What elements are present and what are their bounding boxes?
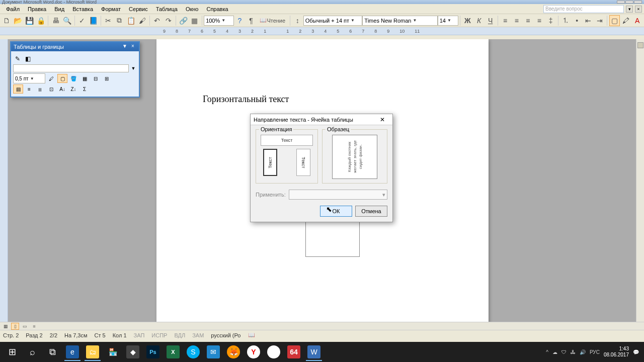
draw-table-icon[interactable]: ✎ xyxy=(13,54,22,63)
menu-file[interactable]: Файл xyxy=(2,5,24,13)
insert-table-icon[interactable]: ▦ xyxy=(79,74,90,83)
taskbar-aida64[interactable]: 64 xyxy=(284,343,304,361)
tray-network-icon[interactable]: 🖧 xyxy=(571,349,576,355)
line-spacing-icon[interactable]: ‡ xyxy=(545,15,556,26)
bullets-icon[interactable]: • xyxy=(572,15,582,26)
line-style-dropdown-icon[interactable]: ▼ xyxy=(130,66,137,71)
bold-icon[interactable]: Ж xyxy=(462,15,473,26)
web-layout-view-icon[interactable]: ▭ xyxy=(21,323,29,330)
shading-color-icon[interactable]: 🪣 xyxy=(68,74,78,83)
undo-icon[interactable]: ↶ xyxy=(152,15,163,26)
align-center-icon[interactable]: ≡ xyxy=(511,15,522,26)
line-style-combo[interactable] xyxy=(13,64,129,72)
zoom-combo[interactable]: 100%▼ xyxy=(204,16,234,26)
task-view-icon[interactable]: ⧉ xyxy=(42,343,62,361)
tray-notifications-icon[interactable]: 💬 xyxy=(633,349,639,355)
font-color-icon[interactable]: A xyxy=(632,15,642,26)
menu-view[interactable]: Вид xyxy=(50,5,68,13)
window-maximize-button[interactable] xyxy=(625,1,633,4)
panel-title-bar[interactable]: Таблицы и границы ▼× xyxy=(11,42,139,51)
window-minimize-button[interactable] xyxy=(617,1,625,4)
taskbar-photoshop[interactable]: Ps xyxy=(143,343,163,361)
document-text[interactable]: Горизонтальный текст xyxy=(203,94,289,105)
taskbar-explorer[interactable]: 🗂 xyxy=(83,343,103,361)
apply-to-combo[interactable]: ▾ xyxy=(289,190,387,200)
doc-close-button[interactable]: × xyxy=(635,6,642,13)
taskbar-edge[interactable]: e xyxy=(62,343,83,361)
spellcheck-icon[interactable]: ✓ xyxy=(76,15,87,26)
tray-language[interactable]: РУС xyxy=(590,349,600,355)
print-layout-view-icon[interactable]: ▯ xyxy=(11,323,19,330)
line-width-combo[interactable]: 0,5 пт▼ xyxy=(13,73,45,83)
align-left-icon[interactable]: ≡ xyxy=(500,15,511,26)
cut-icon[interactable]: ✂ xyxy=(103,15,114,26)
taskbar-chrome[interactable]: ◉ xyxy=(264,343,284,361)
print-icon[interactable]: 🖶 xyxy=(50,15,61,26)
menu-window[interactable]: Окно xyxy=(182,5,203,13)
sort-asc-icon[interactable]: A↓ xyxy=(57,84,67,94)
copy-icon[interactable]: ⧉ xyxy=(114,15,125,26)
save-icon[interactable]: 💾 xyxy=(24,15,35,26)
menu-tools[interactable]: Сервис xyxy=(125,5,152,13)
taskbar-skype[interactable]: S xyxy=(183,343,203,361)
help-dropdown-icon[interactable]: ▾ xyxy=(626,6,633,13)
align-right-icon[interactable]: ≡ xyxy=(523,15,533,26)
status-ext[interactable]: ВДЛ xyxy=(174,332,185,338)
taskbar-excel[interactable]: X xyxy=(163,343,183,361)
status-language[interactable]: русский (Ро xyxy=(211,332,240,338)
arrow-icon[interactable]: ↕ xyxy=(292,15,303,26)
status-spellcheck-icon[interactable]: 📖 xyxy=(248,332,255,338)
vertical-ruler[interactable] xyxy=(0,39,8,328)
taskbar-yandex[interactable]: Y xyxy=(244,343,264,361)
dialog-title-bar[interactable]: Направление текста - Ячейка таблицы ✕ xyxy=(251,114,392,125)
outline-view-icon[interactable]: ≡ xyxy=(30,323,38,330)
status-ovr[interactable]: ЗАМ xyxy=(192,332,204,338)
menu-table[interactable]: Таблица xyxy=(152,5,182,13)
highlight-icon[interactable]: 🖍 xyxy=(621,15,631,26)
tray-clock[interactable]: 1:43 08.06.2017 xyxy=(604,346,629,358)
numbering-icon[interactable]: ⒈ xyxy=(560,15,571,26)
tray-onedrive-icon[interactable]: ☁ xyxy=(552,349,557,355)
cancel-button[interactable]: Отмена xyxy=(355,206,387,217)
menu-format[interactable]: Формат xyxy=(97,5,125,13)
normal-view-icon[interactable]: ▦ xyxy=(2,323,10,330)
autosum-icon[interactable]: Σ xyxy=(79,84,90,94)
help-icon[interactable]: ? xyxy=(234,15,245,26)
taskbar-app1[interactable]: ◆ xyxy=(123,343,143,361)
open-icon[interactable]: 📂 xyxy=(13,15,24,26)
menu-edit[interactable]: Правка xyxy=(24,5,50,13)
reading-layout-button[interactable]: 📖 Чтение xyxy=(257,15,288,26)
panel-close-icon[interactable]: × xyxy=(129,44,136,50)
borders-icon[interactable]: ▢ xyxy=(609,15,620,26)
new-doc-icon[interactable]: 🗋 xyxy=(2,15,12,26)
format-painter-icon[interactable]: 🖌 xyxy=(137,15,147,26)
direction-vertical-up-button[interactable]: Текст xyxy=(263,149,277,176)
sort-desc-icon[interactable]: Z↓ xyxy=(68,84,78,94)
align-cell-icon[interactable]: ▤ xyxy=(13,84,23,94)
style-combo[interactable]: Обычный + 14 пт▼ xyxy=(303,16,363,26)
outside-border-icon[interactable]: ▢ xyxy=(57,74,67,83)
taskbar-store[interactable]: 🏪 xyxy=(103,343,123,361)
tray-volume-icon[interactable]: 🔊 xyxy=(580,349,586,355)
distribute-rows-icon[interactable]: ≡ xyxy=(24,84,34,94)
show-codes-icon[interactable]: ¶ xyxy=(246,15,257,26)
justify-icon[interactable]: ≡ xyxy=(534,15,545,26)
tables-borders-panel[interactable]: Таблицы и границы ▼× ✎ ◧ ▼ 0,5 пт▼ 🖊 ▢ 🪣… xyxy=(10,41,140,98)
tables-borders-icon[interactable]: ▦ xyxy=(190,15,200,26)
border-color-icon[interactable]: 🖊 xyxy=(46,74,56,83)
print-preview-icon[interactable]: 🔍 xyxy=(62,15,72,26)
italic-icon[interactable]: К xyxy=(474,15,485,26)
start-button[interactable]: ⊞ xyxy=(2,343,22,361)
underline-icon[interactable]: Ч xyxy=(485,15,496,26)
distribute-cols-icon[interactable]: ⫼ xyxy=(35,84,45,94)
merge-cells-icon[interactable]: ⊟ xyxy=(91,74,101,83)
dialog-close-icon[interactable]: ✕ xyxy=(375,115,389,124)
font-combo[interactable]: Times New Roman▼ xyxy=(362,16,437,26)
panel-options-icon[interactable]: ▼ xyxy=(121,44,128,50)
taskbar-firefox[interactable]: 🦊 xyxy=(223,343,244,361)
help-question-input[interactable]: Введите вопрос xyxy=(543,5,624,13)
font-size-combo[interactable]: 14▼ xyxy=(438,16,458,26)
status-rec[interactable]: ЗАП xyxy=(134,332,145,338)
decrease-indent-icon[interactable]: ⇤ xyxy=(583,15,594,26)
redo-icon[interactable]: ↷ xyxy=(163,15,174,26)
